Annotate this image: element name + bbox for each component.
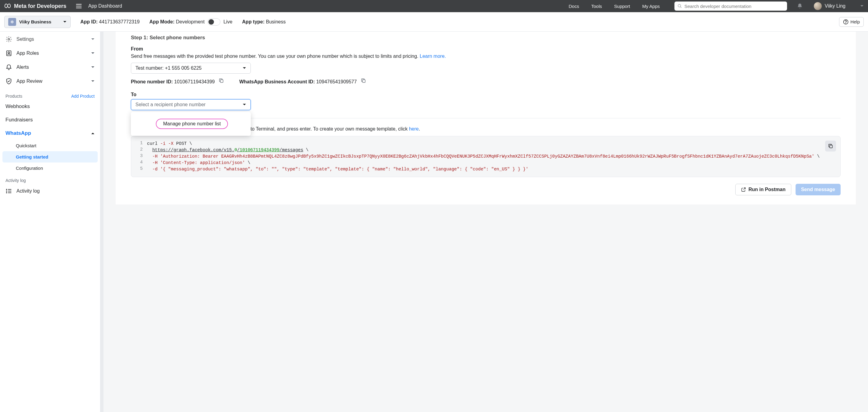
search-box[interactable] — [675, 2, 787, 11]
badge-icon — [5, 50, 12, 57]
content-area: Step 1: Select phone numbers From Send f… — [103, 32, 868, 412]
send-message-button[interactable]: Send message — [796, 184, 841, 195]
add-product-link[interactable]: Add Product — [71, 94, 95, 99]
gutter — [100, 32, 103, 412]
copy-waba-id-icon[interactable] — [361, 78, 366, 83]
gear-icon — [5, 36, 12, 42]
code-ln-3: 3 — [137, 153, 147, 158]
from-select[interactable]: Test number: +1 555 005 6225 — [131, 63, 251, 74]
from-label: From — [131, 46, 841, 52]
avatar — [814, 2, 822, 10]
sidebar-item-activity-log[interactable]: Activity log — [2, 184, 98, 198]
svg-rect-18 — [830, 145, 832, 148]
code-line-5: -d '{ "messaging_product": "whatsapp", "… — [147, 166, 835, 172]
sidebar-item-appreview[interactable]: App Review — [2, 74, 98, 88]
curl-code-block: 1curl -i -X POST \ 2 https://graph.faceb… — [131, 136, 841, 177]
run-in-postman-button[interactable]: Run in Postman — [735, 184, 791, 195]
to-dropdown-panel: Manage phone number list — [131, 112, 251, 136]
sidebar-item-alerts[interactable]: Alerts — [2, 60, 98, 74]
caret-down-icon — [243, 67, 246, 69]
notifications-icon[interactable] — [797, 3, 803, 9]
from-help-text: Send free messages with the provided tes… — [131, 54, 420, 59]
hamburger-icon[interactable] — [76, 4, 82, 8]
caret-down-icon[interactable] — [860, 5, 864, 7]
approles-label: App Roles — [17, 51, 87, 56]
app-type-value: Business — [266, 19, 286, 24]
copy-phone-id-icon[interactable] — [219, 78, 224, 83]
app-name: Viiky Business — [19, 19, 60, 24]
svg-rect-8 — [7, 51, 11, 56]
app-mode-live: Live — [223, 19, 232, 25]
brand[interactable]: Meta for Developers — [4, 3, 66, 9]
sidebar-item-whatsapp[interactable]: WhatsApp — [2, 127, 98, 140]
meta-logo-icon — [4, 3, 11, 9]
code-ln-4: 4 — [137, 160, 147, 165]
topbar: Meta for Developers App Dashboard Docs T… — [0, 0, 868, 12]
phone-number-id-value: 101067119434399 — [174, 79, 215, 84]
whatsapp-label: WhatsApp — [5, 130, 31, 136]
app-mode-toggle[interactable] — [208, 18, 220, 26]
to-label: To — [131, 92, 841, 97]
products-heading: Products Add Product — [2, 88, 98, 100]
waba-id-value: 109476541909577 — [316, 79, 357, 84]
settings-label: Settings — [17, 36, 87, 42]
svg-rect-16 — [220, 80, 223, 83]
app-dashboard-label[interactable]: App Dashboard — [88, 3, 122, 9]
sidebar-item-approles[interactable]: App Roles — [2, 46, 98, 60]
search-icon — [678, 4, 682, 8]
phone-number-id: Phone number ID: 101067119434399 — [131, 78, 224, 85]
phone-number-id-label: Phone number ID: — [131, 79, 173, 84]
app-icon: ✻ — [8, 18, 16, 26]
app-selector[interactable]: ✻ Viiky Business — [4, 16, 71, 28]
chevron-down-icon — [91, 52, 95, 55]
chevron-down-icon — [91, 38, 95, 40]
run-in-postman-label: Run in Postman — [748, 187, 785, 192]
activity-log-heading: Activity log — [2, 174, 98, 184]
waba-id: WhatsApp Business Account ID: 1094765419… — [239, 78, 366, 85]
search-input[interactable] — [684, 4, 784, 9]
sidebar-item-webhooks[interactable]: Webhooks — [2, 100, 98, 113]
manage-phone-number-list-button[interactable]: Manage phone number list — [156, 119, 228, 129]
step2-here-link[interactable]: here — [409, 126, 419, 131]
secondary-bar: ✻ Viiky Business App ID: 441713637772319… — [0, 12, 868, 32]
to-select[interactable]: Select a recipient phone number — [131, 99, 251, 110]
nav-myapps[interactable]: My Apps — [642, 4, 660, 9]
svg-point-9 — [8, 52, 10, 54]
app-mode-dev: Development — [176, 19, 205, 25]
sidebar-item-fundraisers[interactable]: Fundraisers — [2, 113, 98, 127]
shield-check-icon — [5, 78, 12, 85]
copy-code-button[interactable] — [825, 140, 836, 152]
svg-point-11 — [6, 191, 7, 191]
from-selected-value: Test number: +1 555 005 6225 — [135, 65, 202, 71]
nav-docs[interactable]: Docs — [569, 4, 579, 9]
nav-tools[interactable]: Tools — [591, 4, 602, 9]
bell-icon — [5, 64, 12, 71]
products-label: Products — [5, 94, 22, 99]
chevron-up-icon — [91, 132, 95, 134]
chevron-down-icon — [91, 66, 95, 68]
app-type-label: App type: — [242, 19, 265, 24]
svg-rect-17 — [363, 80, 365, 83]
svg-point-7 — [8, 38, 10, 40]
activity-log-label: Activity log — [17, 188, 95, 194]
from-learn-more-link[interactable]: Learn more. — [420, 54, 446, 59]
svg-point-10 — [6, 189, 7, 190]
whatsapp-configuration[interactable]: Configuration — [2, 162, 98, 174]
sidebar: Settings App Roles Alerts App Review Pro… — [0, 32, 100, 412]
app-id: App ID: 441713637772319 — [80, 19, 140, 25]
svg-line-4 — [680, 7, 681, 8]
app-id-label: App ID: — [80, 19, 98, 24]
svg-point-6 — [846, 23, 846, 23]
svg-point-3 — [678, 4, 681, 7]
whatsapp-quickstart[interactable]: Quickstart — [2, 140, 98, 151]
nav-support[interactable]: Support — [614, 4, 630, 9]
sidebar-item-settings[interactable]: Settings — [2, 32, 98, 46]
code-ln-2: 2 — [137, 147, 147, 152]
app-id-value: 441713637772319 — [99, 19, 140, 24]
help-button[interactable]: Help — [839, 17, 864, 27]
user-menu[interactable]: Viiky Ling — [814, 2, 845, 10]
waba-id-label: WhatsApp Business Account ID: — [239, 79, 315, 84]
brand-text: Meta for Developers — [14, 3, 66, 9]
whatsapp-getting-started[interactable]: Getting started — [2, 151, 98, 162]
app-type: App type: Business — [242, 19, 286, 25]
